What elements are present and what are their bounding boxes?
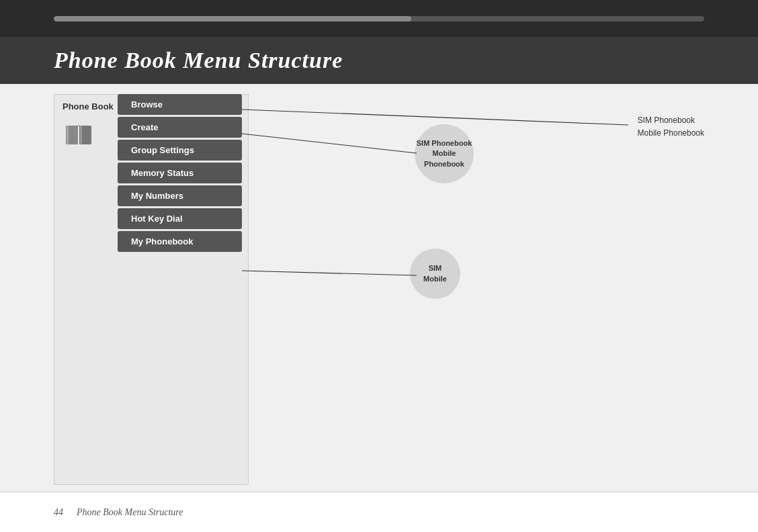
footer-label: Phone Book Menu Structure (77, 507, 183, 518)
phonebook-bubble-line2: Mobile (423, 274, 447, 284)
my-phonebook-sub-bubble: SIM Mobile (410, 249, 460, 299)
create-bubble-line1: SIM Phonebook (417, 138, 472, 148)
top-bar (0, 0, 758, 37)
menu-item-group-settings[interactable]: Group Settings (118, 140, 242, 161)
book-icon (65, 120, 95, 150)
browse-sub-line1: SIM Phonebook (638, 114, 704, 127)
create-bubble-line2: Mobile Phonebook (415, 148, 474, 169)
title-bar: Phone Book Menu Structure (0, 37, 758, 84)
menu-item-browse[interactable]: Browse (118, 94, 242, 115)
svg-rect-3 (80, 126, 82, 144)
progress-bar (54, 16, 704, 21)
menu-item-create[interactable]: Create (118, 117, 242, 138)
menu-items: Browse Create Group Settings Memory Stat… (118, 94, 242, 252)
browse-sub-label: SIM Phonebook Mobile Phonebook (638, 114, 704, 140)
footer-page-number: 44 (54, 507, 63, 518)
menu-item-memory-status[interactable]: Memory Status (118, 163, 242, 183)
create-sub-bubble: SIM Phonebook Mobile Phonebook (415, 124, 474, 183)
page-title: Phone Book Menu Structure (54, 48, 343, 73)
menu-item-hot-key-dial[interactable]: Hot Key Dial (118, 208, 242, 229)
footer: 44 Phone Book Menu Structure (0, 492, 758, 532)
phonebook-bubble-line1: SIM (429, 263, 442, 273)
menu-item-my-numbers[interactable]: My Numbers (118, 185, 242, 206)
phonebook-icon (62, 118, 96, 152)
svg-rect-1 (67, 126, 69, 144)
menu-item-my-phonebook[interactable]: My Phonebook (118, 231, 242, 252)
browse-sub-line2: Mobile Phonebook (638, 127, 704, 140)
progress-fill (54, 16, 411, 21)
